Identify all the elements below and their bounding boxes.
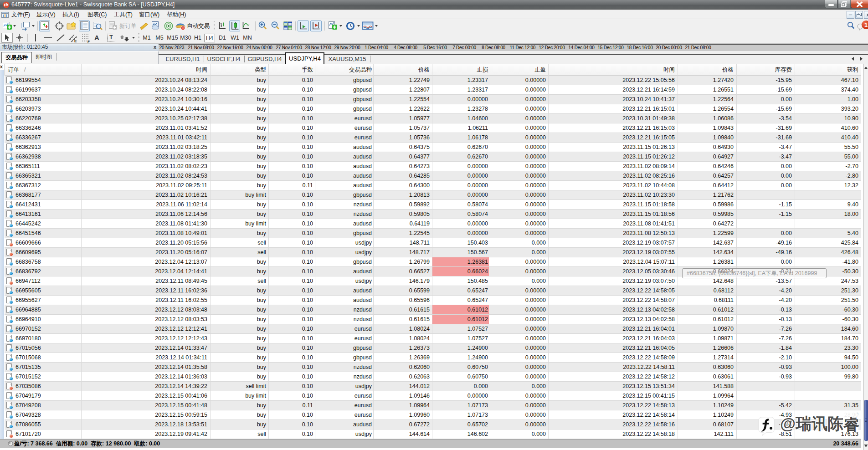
svg-text:F: F [87,40,90,43]
svg-text:E: E [74,39,77,43]
